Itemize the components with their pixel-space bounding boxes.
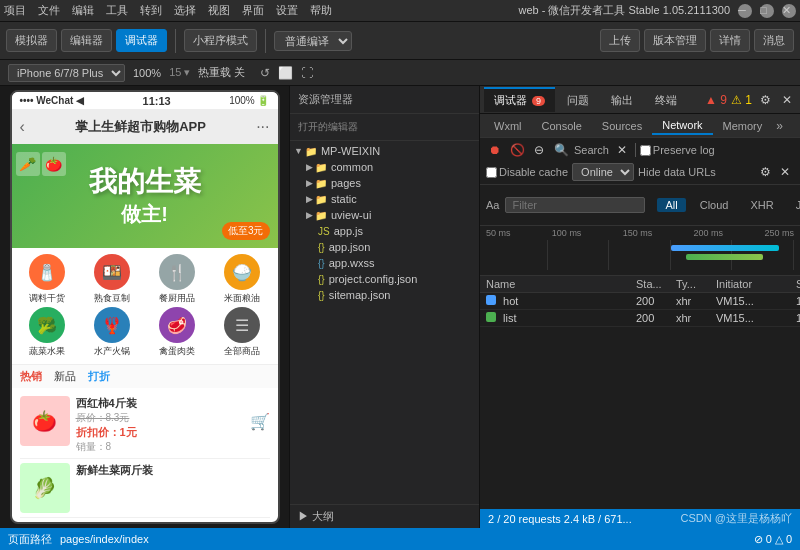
clear-icon[interactable]: 🚫 <box>508 141 526 159</box>
tree-folder-common[interactable]: ▶ 📁 common <box>290 159 479 175</box>
row-type-list: xhr <box>676 312 716 324</box>
compile-mode-select[interactable]: 普通编译 <box>274 31 352 51</box>
upload-button[interactable]: 上传 <box>600 29 640 52</box>
tree-file-projectconfig[interactable]: {} project.config.json <box>290 271 479 287</box>
menu-item-interface[interactable]: 界面 <box>242 3 264 18</box>
pages-arrow: ▶ <box>306 178 313 188</box>
app-title: 掌上生鲜超市购物APP <box>25 118 256 136</box>
product-item-1[interactable]: 🥬 新鲜生菜两斤装 <box>20 459 270 518</box>
search-icon[interactable]: 🔍 <box>552 141 570 159</box>
tag-bar: 热销 新品 打折 <box>12 364 278 388</box>
disable-cache-checkbox[interactable] <box>486 167 497 178</box>
product-item-0[interactable]: 🍅 西红柿4斤装 原价：8.3元 折扣价：1元 销量：8 🛒 <box>20 392 270 459</box>
window-title: web - 微信开发者工具 Stable 1.05.2111300 <box>518 3 730 18</box>
tree-file-appjson[interactable]: {} app.json <box>290 239 479 255</box>
subtab-console[interactable]: Console <box>532 118 592 134</box>
category-icon-7: ☰ <box>224 307 260 343</box>
filter-all[interactable]: All <box>657 198 685 212</box>
subtab-memory[interactable]: Memory <box>713 118 773 134</box>
category-item-3[interactable]: 🍚 米面粮油 <box>211 254 274 305</box>
hot-reload-label[interactable]: 热重载 关 <box>198 65 245 80</box>
more-icon[interactable]: ··· <box>256 118 269 136</box>
category-item-1[interactable]: 🍱 熟食豆制 <box>81 254 144 305</box>
category-item-7[interactable]: ☰ 全部商品 <box>211 307 274 358</box>
category-item-2[interactable]: 🍴 餐厨用品 <box>146 254 209 305</box>
rotate-icon[interactable]: ↺ <box>260 66 270 80</box>
category-item-4[interactable]: 🥦 蔬菜水果 <box>16 307 79 358</box>
preserve-log-label[interactable]: Preserve log <box>640 144 715 156</box>
file-panel-footer[interactable]: ▶ 大纲 <box>290 504 479 528</box>
tag-new[interactable]: 新品 <box>54 369 76 384</box>
tag-discount[interactable]: 打折 <box>88 369 110 384</box>
disable-cache-label[interactable]: Disable cache <box>486 166 568 178</box>
cart-icon-0[interactable]: 🛒 <box>250 412 270 431</box>
table-row[interactable]: list 200 xhr VM15... 1... <box>480 310 800 327</box>
window-maximize-button[interactable]: □ <box>760 4 774 18</box>
category-item-5[interactable]: 🦞 水产火锅 <box>81 307 144 358</box>
pages-folder-icon: 📁 <box>315 178 327 189</box>
window-minimize-button[interactable]: ─ <box>738 4 752 18</box>
simulator-button[interactable]: 模拟器 <box>6 29 57 52</box>
panel-close-icon[interactable]: ✕ <box>776 163 794 181</box>
subtab-wxml[interactable]: Wxml <box>484 118 532 134</box>
filter-js[interactable]: JS <box>788 198 800 212</box>
filter-input[interactable] <box>505 197 645 213</box>
tab-terminal[interactable]: 终端 <box>645 87 687 112</box>
table-row[interactable]: hot 200 xhr VM15... 1... <box>480 293 800 310</box>
window-close-button[interactable]: ✕ <box>782 4 796 18</box>
fullscreen-icon[interactable]: ⛶ <box>301 66 313 80</box>
menu-item-select[interactable]: 选择 <box>174 3 196 18</box>
details-button[interactable]: 详情 <box>710 29 750 52</box>
tab-issues[interactable]: 问题 <box>557 87 599 112</box>
product-sales-0: 销量：8 <box>76 440 244 454</box>
more-tabs-icon[interactable]: » <box>776 119 783 133</box>
editor-button[interactable]: 编辑器 <box>61 29 112 52</box>
menu-item-settings[interactable]: 设置 <box>276 3 298 18</box>
menu-item-tools[interactable]: 工具 <box>106 3 128 18</box>
tree-folder-static[interactable]: ▶ 📁 static <box>290 191 479 207</box>
subtab-sources[interactable]: Sources <box>592 118 652 134</box>
record-icon[interactable]: ⏺ <box>486 141 504 159</box>
settings-icon[interactable]: ⚙ <box>756 91 774 109</box>
tree-file-sitemap[interactable]: {} sitemap.json <box>290 287 479 303</box>
panel-settings-icon[interactable]: ⚙ <box>756 163 774 181</box>
category-icon-6: 🥩 <box>159 307 195 343</box>
menu-item-goto[interactable]: 转到 <box>140 3 162 18</box>
filter-icon[interactable]: ⊖ <box>530 141 548 159</box>
appjson-file-name: app.json <box>329 241 371 253</box>
menu-item-project[interactable]: 项目 <box>4 3 26 18</box>
menu-item-view[interactable]: 视图 <box>208 3 230 18</box>
tree-folder-uview[interactable]: ▶ 📁 uview-ui <box>290 207 479 223</box>
version-manage-button[interactable]: 版本管理 <box>644 29 706 52</box>
category-item-0[interactable]: 🧂 调料干货 <box>16 254 79 305</box>
messages-button[interactable]: 消息 <box>754 29 794 52</box>
tree-file-appjs[interactable]: JS app.js <box>290 223 479 239</box>
landscape-icon[interactable]: ⬜ <box>278 66 293 80</box>
devtools-main-tabs: 调试器 9 问题 输出 终端 ▲ 9 ⚠ 1 ⚙ ✕ <box>480 86 800 114</box>
tab-output[interactable]: 输出 <box>601 87 643 112</box>
tree-folder-pages[interactable]: ▶ 📁 pages <box>290 175 479 191</box>
product-sale-price-0: 折扣价：1元 <box>76 425 244 440</box>
filter-cloud[interactable]: Cloud <box>692 198 737 212</box>
tab-debugger[interactable]: 调试器 9 <box>484 87 555 112</box>
menu-item-file[interactable]: 文件 <box>38 3 60 18</box>
device-select[interactable]: iPhone 6/7/8 Plus <box>8 64 125 82</box>
online-status-select[interactable]: Online <box>572 163 634 181</box>
menu-item-help[interactable]: 帮助 <box>310 3 332 18</box>
mini-mode-button[interactable]: 小程序模式 <box>184 29 257 52</box>
preserve-log-checkbox[interactable] <box>640 145 651 156</box>
close-devtools-icon[interactable]: ✕ <box>778 91 796 109</box>
timeline-bar-2 <box>686 254 763 260</box>
category-item-6[interactable]: 🥩 禽蛋肉类 <box>146 307 209 358</box>
row-name-hot: hot <box>486 295 636 307</box>
network-filter-bar: Aa All Cloud XHR JS CSS Img Media Font D… <box>480 185 800 226</box>
close-search-icon[interactable]: ✕ <box>613 141 631 159</box>
filter-xhr[interactable]: XHR <box>742 198 781 212</box>
debugger-button[interactable]: 调试器 <box>116 29 167 52</box>
static-arrow: ▶ <box>306 194 313 204</box>
menu-item-edit[interactable]: 编辑 <box>72 3 94 18</box>
tree-root-folder[interactable]: ▼ 📁 MP-WEIXIN <box>290 143 479 159</box>
tree-file-appwxss[interactable]: {} app.wxss <box>290 255 479 271</box>
tag-hot[interactable]: 热销 <box>20 369 42 384</box>
subtab-network[interactable]: Network <box>652 117 712 135</box>
